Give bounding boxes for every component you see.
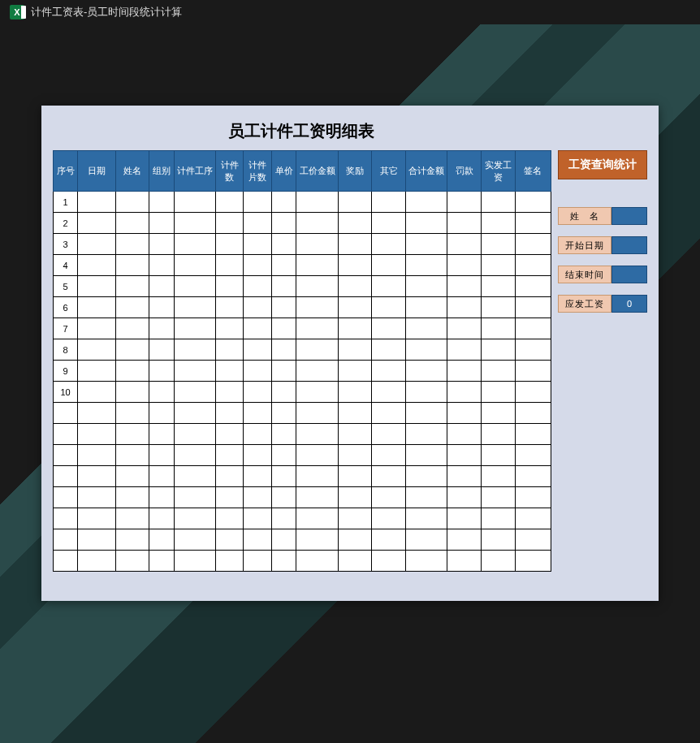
cell-bonus[interactable] xyxy=(338,466,372,487)
cell-name[interactable] xyxy=(115,466,149,487)
name-input[interactable] xyxy=(611,207,647,225)
cell-proc[interactable] xyxy=(174,445,215,466)
cell-pieces[interactable] xyxy=(244,255,272,276)
cell-count[interactable] xyxy=(215,529,244,551)
cell-actual[interactable] xyxy=(481,255,515,276)
cell-total[interactable] xyxy=(406,445,447,466)
cell-count[interactable] xyxy=(215,508,244,529)
cell-pieces[interactable] xyxy=(244,403,272,424)
cell-bonus[interactable] xyxy=(338,403,372,424)
cell-seq[interactable]: 6 xyxy=(54,297,78,318)
cell-sign[interactable] xyxy=(515,382,551,403)
cell-proc[interactable] xyxy=(174,508,215,529)
cell-group[interactable] xyxy=(149,318,174,339)
cell-proc[interactable] xyxy=(174,297,215,318)
cell-seq[interactable] xyxy=(54,424,78,445)
cell-amount[interactable] xyxy=(296,297,338,318)
cell-proc[interactable] xyxy=(174,424,215,445)
cell-count[interactable] xyxy=(215,382,244,403)
cell-penalty[interactable] xyxy=(447,403,482,424)
cell-total[interactable] xyxy=(406,551,447,572)
cell-pieces[interactable] xyxy=(244,529,272,551)
cell-penalty[interactable] xyxy=(447,276,482,297)
cell-count[interactable] xyxy=(215,192,244,213)
cell-count[interactable] xyxy=(215,339,244,361)
cell-count[interactable] xyxy=(215,361,244,382)
cell-actual[interactable] xyxy=(481,297,515,318)
cell-proc[interactable] xyxy=(174,255,215,276)
cell-sign[interactable] xyxy=(515,529,551,551)
cell-other[interactable] xyxy=(372,529,406,551)
cell-count[interactable] xyxy=(215,403,244,424)
cell-total[interactable] xyxy=(406,487,447,508)
cell-bonus[interactable] xyxy=(338,339,372,361)
cell-sign[interactable] xyxy=(515,361,551,382)
cell-price[interactable] xyxy=(272,424,296,445)
cell-bonus[interactable] xyxy=(338,192,372,213)
cell-total[interactable] xyxy=(406,339,447,361)
cell-sign[interactable] xyxy=(515,487,551,508)
cell-proc[interactable] xyxy=(174,339,215,361)
cell-total[interactable] xyxy=(406,192,447,213)
cell-seq[interactable] xyxy=(54,445,78,466)
cell-name[interactable] xyxy=(115,424,149,445)
cell-total[interactable] xyxy=(406,424,447,445)
cell-count[interactable] xyxy=(215,234,244,255)
cell-bonus[interactable] xyxy=(338,529,372,551)
cell-date[interactable] xyxy=(78,466,115,487)
cell-proc[interactable] xyxy=(174,234,215,255)
cell-penalty[interactable] xyxy=(447,382,482,403)
cell-total[interactable] xyxy=(406,255,447,276)
cell-amount[interactable] xyxy=(296,234,338,255)
cell-actual[interactable] xyxy=(481,339,515,361)
cell-group[interactable] xyxy=(149,551,174,572)
cell-other[interactable] xyxy=(372,403,406,424)
cell-seq[interactable] xyxy=(54,466,78,487)
cell-seq[interactable]: 4 xyxy=(54,255,78,276)
cell-bonus[interactable] xyxy=(338,361,372,382)
cell-price[interactable] xyxy=(272,297,296,318)
cell-group[interactable] xyxy=(149,508,174,529)
cell-other[interactable] xyxy=(372,466,406,487)
cell-bonus[interactable] xyxy=(338,255,372,276)
cell-total[interactable] xyxy=(406,318,447,339)
cell-penalty[interactable] xyxy=(447,487,482,508)
cell-name[interactable] xyxy=(115,255,149,276)
cell-group[interactable] xyxy=(149,255,174,276)
cell-actual[interactable] xyxy=(481,466,515,487)
cell-seq[interactable]: 5 xyxy=(54,276,78,297)
cell-actual[interactable] xyxy=(481,276,515,297)
cell-other[interactable] xyxy=(372,213,406,234)
cell-sign[interactable] xyxy=(515,318,551,339)
cell-amount[interactable] xyxy=(296,445,338,466)
cell-bonus[interactable] xyxy=(338,318,372,339)
cell-other[interactable] xyxy=(372,192,406,213)
cell-group[interactable] xyxy=(149,403,174,424)
cell-amount[interactable] xyxy=(296,382,338,403)
start-input[interactable] xyxy=(611,236,647,254)
cell-pieces[interactable] xyxy=(244,339,272,361)
cell-count[interactable] xyxy=(215,551,244,572)
cell-date[interactable] xyxy=(78,192,115,213)
cell-penalty[interactable] xyxy=(447,339,482,361)
cell-seq[interactable] xyxy=(54,508,78,529)
cell-sign[interactable] xyxy=(515,276,551,297)
cell-date[interactable] xyxy=(78,403,115,424)
cell-name[interactable] xyxy=(115,276,149,297)
cell-amount[interactable] xyxy=(296,403,338,424)
cell-seq[interactable]: 3 xyxy=(54,234,78,255)
cell-name[interactable] xyxy=(115,339,149,361)
cell-actual[interactable] xyxy=(481,487,515,508)
cell-penalty[interactable] xyxy=(447,551,482,572)
cell-amount[interactable] xyxy=(296,466,338,487)
cell-price[interactable] xyxy=(272,213,296,234)
cell-other[interactable] xyxy=(372,361,406,382)
end-input[interactable] xyxy=(611,266,647,283)
cell-group[interactable] xyxy=(149,424,174,445)
cell-price[interactable] xyxy=(272,508,296,529)
cell-proc[interactable] xyxy=(174,403,215,424)
cell-name[interactable] xyxy=(115,382,149,403)
cell-sign[interactable] xyxy=(515,339,551,361)
cell-count[interactable] xyxy=(215,297,244,318)
cell-amount[interactable] xyxy=(296,508,338,529)
